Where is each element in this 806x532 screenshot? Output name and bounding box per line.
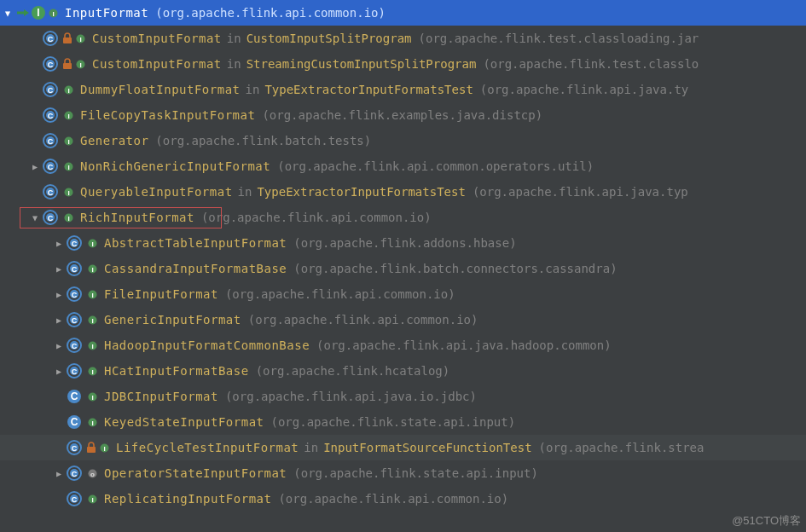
package-name: (org.apache.flink.test.classloading.jar bbox=[419, 32, 699, 45]
class-icon bbox=[67, 389, 82, 404]
implements-badge-icon bbox=[88, 239, 97, 248]
implements-badge-icon bbox=[64, 136, 73, 146]
package-name: (org.apache.flink.api.common.io) bbox=[278, 492, 508, 506]
implements-badge-icon bbox=[64, 188, 73, 197]
class-name: Generator bbox=[80, 134, 148, 147]
package-name: (org.apache.flink.api.common.io) bbox=[248, 313, 478, 327]
package-name: (org.apache.flink.api.common.io) bbox=[201, 211, 432, 224]
abstract-class-icon bbox=[43, 107, 58, 123]
package-name: (org.apache.flink.api.common.io) bbox=[225, 287, 455, 301]
in-keyword: in bbox=[304, 441, 318, 454]
abstract-class-icon bbox=[43, 133, 58, 148]
expand-right-icon[interactable]: ▶ bbox=[51, 315, 67, 325]
tree-item[interactable]: ▶GenericInputFormat(org.apache.flink.api… bbox=[0, 307, 806, 332]
tree-root[interactable]: ▼InputFormat(org.apache.flink.api.common… bbox=[0, 0, 806, 26]
lock-icon bbox=[85, 442, 97, 454]
implements-badge-icon bbox=[64, 85, 73, 95]
class-icon bbox=[67, 414, 82, 430]
abstract-class-icon bbox=[67, 312, 82, 327]
enclosing-class-name: TypeExtractorInputFormatsTest bbox=[257, 185, 465, 199]
class-name: GenericInputFormat bbox=[104, 313, 241, 327]
package-name: (org.apache.flink.state.api.input) bbox=[271, 415, 516, 429]
implements-badge-icon bbox=[88, 494, 97, 504]
class-name: InputFormat bbox=[65, 6, 148, 20]
abstract-class-icon bbox=[67, 261, 82, 276]
expand-right-icon[interactable]: ▶ bbox=[51, 290, 67, 299]
package-name: (org.apache.flink.api.common.operators.u… bbox=[277, 159, 594, 173]
expand-down-icon[interactable]: ▼ bbox=[27, 213, 43, 223]
implements-badge-icon bbox=[64, 111, 73, 120]
class-name: CassandraInputFormatBase bbox=[104, 262, 287, 275]
abstract-class-icon bbox=[67, 491, 82, 506]
expand-right-icon[interactable]: ▶ bbox=[51, 341, 67, 350]
package-name: (org.apache.flink.state.api.input) bbox=[293, 466, 538, 480]
implements-badge-icon bbox=[88, 341, 97, 350]
in-keyword: in bbox=[227, 32, 241, 45]
class-name: DummyFloatInputFormat bbox=[80, 83, 241, 96]
abstract-class-icon bbox=[67, 235, 82, 251]
class-name: QueryableInputFormat bbox=[80, 185, 233, 199]
watermark: @51CTO博客 bbox=[732, 513, 801, 529]
tree-item[interactable]: ▶NonRichGenericInputFormat(org.apache.fl… bbox=[0, 153, 806, 179]
abstract-class-icon bbox=[43, 82, 58, 97]
implements-badge-icon bbox=[100, 443, 109, 453]
tree-item[interactable]: ▼RichInputFormat(org.apache.flink.api.co… bbox=[0, 205, 806, 230]
class-name: KeyedStateInputFormat bbox=[104, 415, 264, 429]
tree-item[interactable]: ▶FileInputFormat(org.apache.flink.api.co… bbox=[0, 281, 806, 307]
lock-icon bbox=[61, 58, 73, 70]
expand-right-icon[interactable]: ▶ bbox=[51, 367, 67, 376]
package-name: (org.apache.flink.addons.hbase) bbox=[293, 236, 516, 250]
implements-badge-icon bbox=[88, 264, 97, 274]
class-name: CustomInputFormat bbox=[92, 57, 222, 71]
implements-badge-icon bbox=[76, 34, 85, 43]
implements-badge-icon bbox=[76, 60, 85, 69]
tree-item[interactable]: ▶CassandraInputFormatBase(org.apache.fli… bbox=[0, 256, 806, 281]
tree-item[interactable]: ▶DummyFloatInputFormatinTypeExtractorInp… bbox=[0, 77, 806, 102]
abstract-class-icon bbox=[43, 210, 58, 225]
tree-item[interactable]: ▶JDBCInputFormat(org.apache.flink.api.ja… bbox=[0, 384, 806, 409]
abstract-class-icon bbox=[67, 363, 82, 379]
implements-badge-icon bbox=[64, 213, 73, 223]
package-name: (org.apache.flink.api.java.io.jdbc) bbox=[225, 390, 477, 403]
abstract-class-icon bbox=[43, 184, 58, 200]
abstract-class-icon bbox=[67, 440, 82, 455]
tree-item[interactable]: ▶OperatorStateInputFormat(org.apache.fli… bbox=[0, 460, 806, 486]
tree-item[interactable]: ▶CustomInputFormatinCustomInputSplitProg… bbox=[0, 26, 806, 51]
expand-right-icon[interactable]: ▶ bbox=[51, 239, 67, 248]
class-name: NonRichGenericInputFormat bbox=[80, 159, 270, 173]
expand-right-icon[interactable]: ▶ bbox=[27, 162, 43, 171]
package-name: (org.apache.flink.batch.tests) bbox=[155, 134, 371, 147]
class-name: HadoopInputFormatCommonBase bbox=[104, 338, 310, 352]
package-name: (org.apache.flink.api.java.typ bbox=[473, 185, 688, 199]
expand-down-icon[interactable]: ▼ bbox=[0, 9, 15, 18]
expand-right-icon[interactable]: ▶ bbox=[51, 264, 67, 274]
class-name: OperatorStateInputFormat bbox=[104, 466, 287, 480]
enclosing-class-name: InputFormatSourceFunctionTest bbox=[323, 441, 531, 454]
tree-item[interactable]: ▶HadoopInputFormatCommonBase(org.apache.… bbox=[0, 332, 806, 358]
interface-icon bbox=[31, 5, 46, 20]
tree-item[interactable]: ▶LifeCycleTestInputFormatinInputFormatSo… bbox=[0, 435, 806, 460]
package-name: (org.apache.flink.api.java.ty bbox=[480, 83, 688, 96]
expand-right-icon[interactable]: ▶ bbox=[51, 469, 67, 478]
tree-item[interactable]: ▶Generator(org.apache.flink.batch.tests) bbox=[0, 128, 806, 153]
tree-item[interactable]: ▶QueryableInputFormatinTypeExtractorInpu… bbox=[0, 179, 806, 205]
implements-badge-icon bbox=[88, 418, 97, 427]
implements-badge-icon bbox=[88, 367, 97, 376]
class-name: JDBCInputFormat bbox=[104, 390, 218, 403]
tree-item[interactable]: ▶KeyedStateInputFormat(org.apache.flink.… bbox=[0, 409, 806, 435]
enclosing-class-name: StreamingCustomInputSplitProgram bbox=[246, 57, 477, 71]
package-name: (org.apache.flink.batch.connectors.cassa… bbox=[293, 262, 617, 275]
package-name: (org.apache.flink.hcatalog) bbox=[256, 364, 450, 378]
package-name: (org.apache.flink.strea bbox=[539, 441, 705, 454]
tree-item[interactable]: ▶HCatInputFormatBase(org.apache.flink.hc… bbox=[0, 358, 806, 384]
abstract-class-icon bbox=[67, 338, 82, 353]
in-keyword: in bbox=[246, 83, 260, 96]
lock-icon bbox=[61, 32, 73, 44]
tree-item[interactable]: ▶CustomInputFormatinStreamingCustomInput… bbox=[0, 51, 806, 77]
class-name: HCatInputFormatBase bbox=[104, 364, 249, 378]
class-name: LifeCycleTestInputFormat bbox=[116, 441, 299, 454]
tree-item[interactable]: ▶ReplicatingInputFormat(org.apache.flink… bbox=[0, 486, 806, 512]
tree-item[interactable]: ▶FileCopyTaskInputFormat(org.apache.flin… bbox=[0, 102, 806, 128]
tree-item[interactable]: ▶AbstractTableInputFormat(org.apache.fli… bbox=[0, 230, 806, 256]
class-name: ReplicatingInputFormat bbox=[104, 492, 271, 506]
